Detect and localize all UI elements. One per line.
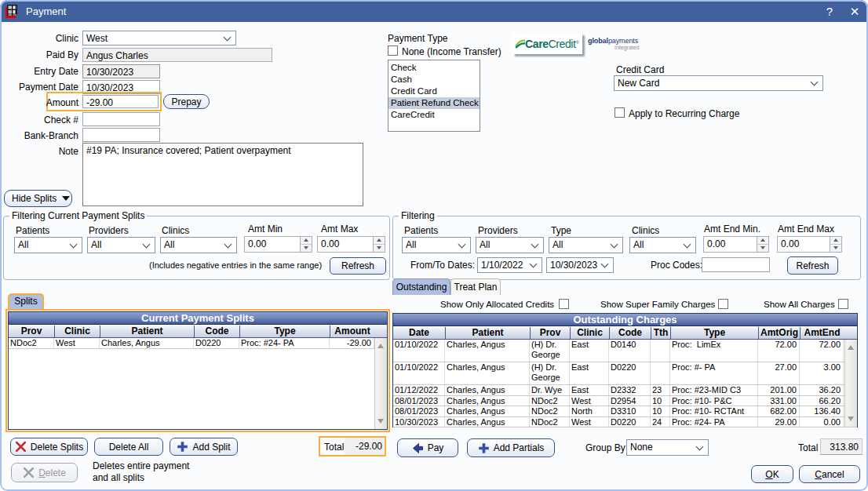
charges-clinics-label: Clinics bbox=[632, 225, 659, 236]
grid-cell: 682.00 bbox=[758, 406, 800, 416]
grid-row[interactable]: NDoc2WestCharles, AngusD0220Proc: #24- P… bbox=[9, 338, 387, 349]
charges-amt-end-max-input[interactable]: 0.00 bbox=[777, 236, 842, 253]
charges-patients-select[interactable]: All bbox=[402, 237, 471, 253]
grid-row[interactable]: 01/12/2022Charles, AngusDr. WyeEastD2332… bbox=[393, 385, 857, 396]
filter-charges-title: Filtering bbox=[399, 210, 437, 221]
grid-column-header[interactable]: AmtEnd bbox=[800, 327, 844, 339]
splits-amt-max-input[interactable]: 0.00 bbox=[317, 236, 385, 253]
spinner-buttons[interactable] bbox=[757, 237, 768, 252]
cancel-button[interactable]: Cancel bbox=[799, 465, 860, 483]
grid-cell: D0140 bbox=[609, 340, 651, 362]
none-income-transfer-checkbox[interactable] bbox=[388, 45, 398, 56]
note-textarea[interactable]: #19 PA; Insurance covered; Patient overp… bbox=[82, 143, 363, 206]
grid-column-header[interactable]: Type bbox=[239, 326, 330, 337]
proc-codes-field[interactable] bbox=[702, 257, 770, 272]
clinic-select[interactable]: West bbox=[82, 31, 236, 45]
help-button[interactable]: ? bbox=[818, 1, 841, 22]
payment-type-option[interactable]: CareCredit bbox=[388, 109, 480, 121]
spinner-buttons[interactable] bbox=[300, 237, 312, 252]
grid-column-header[interactable]: Clinic bbox=[54, 326, 100, 337]
scroll-up-icon[interactable] bbox=[848, 345, 854, 350]
show-super-family-checkbox[interactable] bbox=[718, 299, 728, 309]
date-to-select[interactable]: 10/30/2023 bbox=[546, 257, 614, 273]
tab-outstanding[interactable]: Outstanding bbox=[392, 278, 450, 295]
grid-column-header[interactable]: AmtOrig bbox=[758, 327, 800, 339]
spin-up-icon bbox=[760, 238, 765, 242]
prepay-button[interactable]: Prepay bbox=[163, 94, 210, 109]
hide-splits-button[interactable]: Hide Splits bbox=[4, 190, 72, 207]
bank-branch-field[interactable] bbox=[82, 128, 160, 142]
charges-refresh-button[interactable]: Refresh bbox=[787, 256, 838, 275]
charges-providers-select[interactable]: All bbox=[476, 237, 544, 253]
entry-date-field: 10/30/2023 bbox=[82, 64, 160, 78]
delete-payment-button[interactable]: Delete bbox=[11, 463, 78, 482]
scroll-down-icon[interactable] bbox=[377, 419, 384, 424]
grid-column-header[interactable]: Prov bbox=[530, 327, 570, 339]
check-number-field[interactable] bbox=[82, 112, 160, 126]
grid-row[interactable]: 01/10/2022Charles, Angus(H) Dr. GeorgeEa… bbox=[393, 340, 857, 362]
grid-column-header[interactable]: Code bbox=[194, 326, 239, 337]
from-to-dates-label: From/To Dates: bbox=[410, 260, 475, 271]
grid-cell: 10 bbox=[651, 396, 670, 406]
splits-amt-min-input[interactable]: 0.00 bbox=[244, 236, 312, 253]
grid-column-header[interactable]: Date bbox=[393, 327, 445, 339]
grid-column-header[interactable]: Patient bbox=[445, 327, 530, 339]
show-all-charges-checkbox[interactable] bbox=[838, 299, 848, 309]
splits-filter-note: (Includes negative entries in the same r… bbox=[149, 260, 322, 270]
vertical-scrollbar[interactable] bbox=[844, 340, 857, 427]
tab-treat-plan[interactable]: Treat Plan bbox=[450, 278, 501, 295]
charges-clinics-select[interactable]: All bbox=[629, 237, 696, 253]
grid-row[interactable]: 08/01/2023Charles, AngusNDoc2WestD295410… bbox=[393, 396, 857, 407]
close-button[interactable]: ✕ bbox=[843, 1, 866, 22]
payment-type-listbox[interactable]: CheckCashCredit CardPatient Refund Check… bbox=[388, 60, 480, 132]
check-number-label: Check # bbox=[0, 115, 78, 125]
grid-cell: 08/01/2023 bbox=[393, 406, 445, 416]
group-by-select[interactable]: None bbox=[626, 439, 709, 456]
splits-clinics-select[interactable]: All bbox=[160, 237, 237, 253]
grid-row[interactable]: 10/30/2023Charles, AngusNDoc2WestD022024… bbox=[393, 417, 857, 428]
carecredit-trademark: ® bbox=[576, 40, 579, 45]
splits-providers-select[interactable]: All bbox=[87, 237, 155, 253]
amount-label: Amount bbox=[0, 97, 78, 108]
show-allocated-checkbox[interactable] bbox=[559, 299, 569, 309]
charges-type-select[interactable]: All bbox=[549, 237, 623, 253]
charges-grid[interactable]: Outstanding ChargesDatePatientProvClinic… bbox=[392, 313, 858, 427]
payment-type-option[interactable]: Patient Refund Check bbox=[388, 97, 480, 109]
payment-type-option[interactable]: Credit Card bbox=[388, 85, 480, 97]
add-split-button[interactable]: Add Split bbox=[170, 438, 238, 456]
spinner-buttons[interactable] bbox=[830, 237, 841, 252]
ok-button[interactable]: OK bbox=[751, 465, 793, 483]
tab-splits[interactable]: Splits bbox=[8, 293, 44, 310]
pay-button[interactable]: Pay bbox=[397, 438, 458, 457]
amount-field[interactable]: -29.00 bbox=[82, 95, 159, 108]
grid-column-header[interactable]: Prov bbox=[9, 326, 54, 337]
add-partials-button[interactable]: Add Partials bbox=[467, 438, 555, 457]
grid-column-header[interactable]: Type bbox=[670, 327, 758, 339]
grid-column-header[interactable]: Code bbox=[609, 327, 651, 339]
splits-patients-select[interactable]: All bbox=[14, 237, 82, 253]
grid-row[interactable]: 01/10/2022Charles, Angus(H) Dr. GeorgeEa… bbox=[393, 362, 857, 385]
apply-recurring-checkbox[interactable] bbox=[615, 107, 625, 118]
grid-column-header[interactable]: Patient bbox=[100, 326, 194, 337]
payment-type-option[interactable]: Check bbox=[388, 62, 480, 74]
delete-all-button[interactable]: Delete All bbox=[94, 438, 163, 456]
grid-column-header[interactable]: Amount bbox=[330, 326, 374, 337]
spinner-buttons[interactable] bbox=[373, 237, 385, 252]
scroll-up-icon[interactable] bbox=[377, 344, 384, 348]
grid-cell: D0220 bbox=[609, 417, 651, 427]
splits-refresh-button[interactable]: Refresh bbox=[330, 257, 386, 275]
grid-column-header[interactable]: Tth bbox=[651, 327, 670, 339]
delete-splits-button[interactable]: Delete Splits bbox=[10, 438, 88, 456]
grid-row[interactable]: 08/01/2023Charles, AngusNDoc2NorthD33101… bbox=[393, 406, 857, 417]
payment-type-option[interactable]: Cash bbox=[388, 74, 480, 85]
splits-grid[interactable]: Current Payment SplitsProvClinicPatientC… bbox=[8, 311, 388, 430]
delete-note-line1: Deletes entire payment bbox=[93, 460, 189, 471]
scroll-down-icon[interactable] bbox=[848, 416, 854, 421]
payment-window: Payment ? ✕ Clinic West Paid By Angus Ch… bbox=[0, 0, 868, 491]
date-from-select[interactable]: 1/10/2022 bbox=[477, 257, 542, 273]
grid-column-header[interactable]: Clinic bbox=[570, 327, 609, 339]
credit-card-select[interactable]: New Card bbox=[614, 75, 823, 91]
vertical-scrollbar[interactable] bbox=[374, 338, 387, 429]
charges-amt-end-min-input[interactable]: 0.00 bbox=[703, 236, 769, 253]
chevron-down-icon bbox=[530, 260, 538, 268]
